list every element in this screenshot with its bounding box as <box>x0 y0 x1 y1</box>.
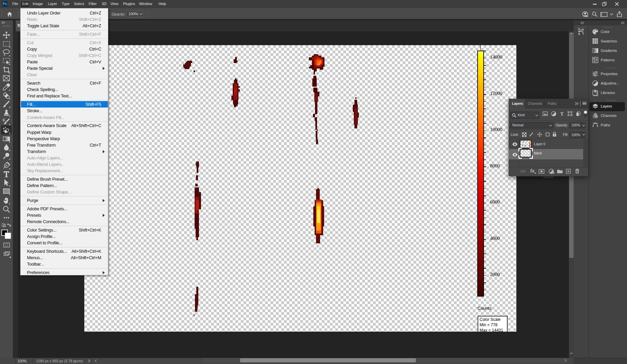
svg-text:8000: 8000 <box>490 163 500 169</box>
svg-text:10000: 10000 <box>490 127 502 132</box>
svg-text:Max = 14431: Max = 14431 <box>480 328 503 332</box>
svg-text:Min = 778: Min = 778 <box>480 323 497 327</box>
svg-text:12000: 12000 <box>490 91 502 96</box>
svg-text:2000: 2000 <box>490 272 500 277</box>
svg-text:4000: 4000 <box>490 236 500 241</box>
svg-text:Counts: Counts <box>478 306 492 311</box>
svg-text:6000: 6000 <box>490 199 500 205</box>
svg-text:Color Scale: Color Scale <box>480 317 501 322</box>
svg-text:14000: 14000 <box>490 54 502 60</box>
